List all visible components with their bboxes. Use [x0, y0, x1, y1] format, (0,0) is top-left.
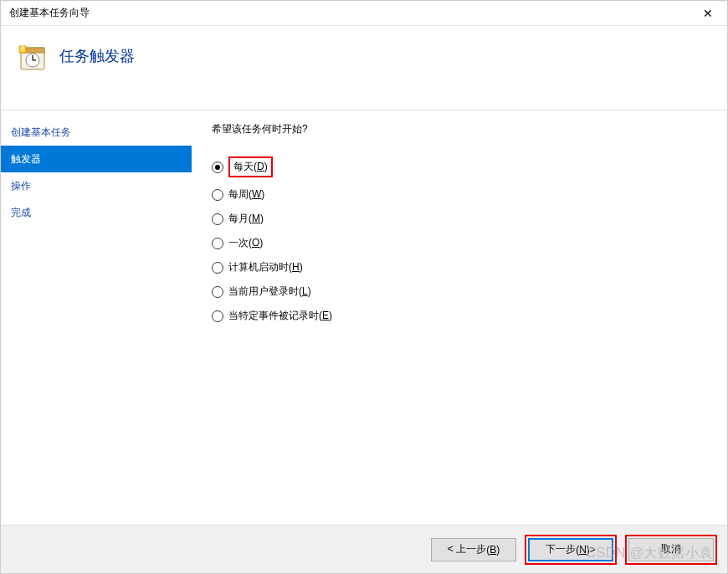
radio-icon: [212, 161, 223, 173]
wizard-body: 创建基本任务 触发器 操作 完成 希望该任务何时开始? 每天(D) 每周(W): [1, 110, 727, 525]
wizard-window: 创建基本任务向导 ✕ 任务触发器 创建基本任务 触发器 操作 完成: [0, 0, 728, 574]
sidebar-item-action[interactable]: 操作: [1, 172, 192, 199]
radio-once[interactable]: 一次(O): [212, 231, 707, 255]
highlight-daily: 每天(D): [228, 156, 273, 177]
close-icon: ✕: [703, 7, 713, 20]
window-title: 创建基本任务向导: [9, 6, 90, 20]
radio-icon: [212, 238, 223, 249]
radio-label: 一次(O): [228, 236, 263, 250]
radio-icon: [212, 262, 223, 274]
wizard-steps-sidebar: 创建基本任务 触发器 操作 完成: [1, 110, 192, 525]
highlight-next: 下一步(N) >: [525, 535, 617, 565]
radio-label: 每天(D): [233, 160, 268, 174]
wizard-step-title: 任务触发器: [59, 41, 135, 66]
back-button[interactable]: < 上一步(B): [431, 538, 516, 561]
highlight-cancel: 取消: [625, 535, 717, 565]
radio-label: 当前用户登录时(L): [228, 284, 311, 299]
wizard-content: 希望该任务何时开始? 每天(D) 每周(W) 每月(M): [192, 110, 727, 525]
radio-startup[interactable]: 计算机启动时(H): [212, 255, 707, 279]
next-button[interactable]: 下一步(N) >: [528, 538, 613, 561]
titlebar: 创建基本任务向导 ✕: [1, 1, 727, 26]
sidebar-item-finish[interactable]: 完成: [1, 199, 192, 226]
radio-label: 计算机启动时(H): [228, 260, 303, 274]
radio-icon: [212, 286, 223, 298]
sidebar-item-create-basic-task[interactable]: 创建基本任务: [1, 119, 192, 146]
radio-label: 每周(W): [228, 187, 264, 202]
wizard-header: 任务触发器: [1, 26, 727, 110]
sidebar-item-trigger[interactable]: 触发器: [1, 146, 192, 172]
radio-logon[interactable]: 当前用户登录时(L): [212, 279, 707, 304]
radio-icon: [212, 213, 223, 225]
trigger-prompt: 希望该任务何时开始?: [212, 122, 707, 136]
radio-icon: [212, 310, 223, 322]
radio-weekly[interactable]: 每周(W): [212, 182, 707, 207]
cancel-button[interactable]: 取消: [628, 538, 714, 561]
radio-monthly[interactable]: 每月(M): [212, 207, 707, 231]
close-button[interactable]: ✕: [689, 1, 727, 26]
clock-task-icon: [18, 43, 48, 73]
radio-label: 每月(M): [228, 212, 264, 226]
wizard-footer: < 上一步(B) 下一步(N) > 取消: [1, 525, 727, 573]
radio-event[interactable]: 当特定事件被记录时(E): [212, 304, 707, 328]
radio-label: 当特定事件被记录时(E): [228, 309, 332, 323]
trigger-options: 每天(D) 每周(W) 每月(M) 一次(O) 计算机启动: [212, 151, 707, 328]
radio-icon: [212, 189, 223, 201]
radio-daily[interactable]: 每天(D): [212, 151, 707, 182]
